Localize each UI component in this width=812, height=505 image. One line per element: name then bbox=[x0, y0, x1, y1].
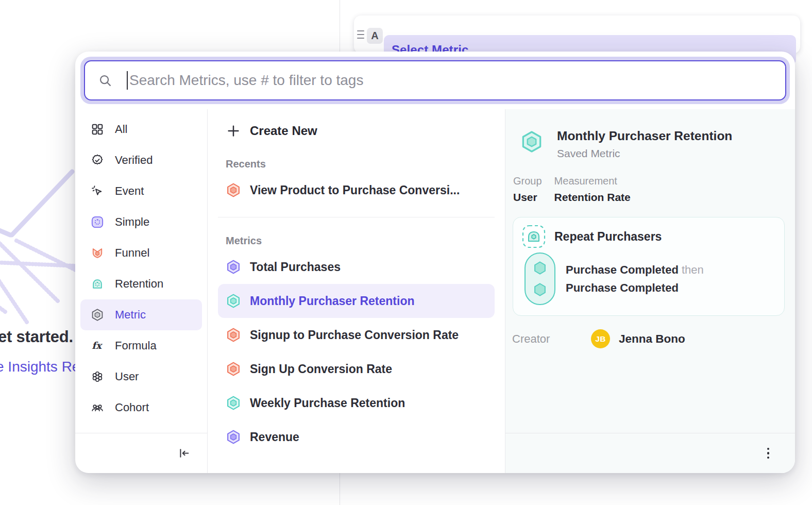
detail-footer bbox=[505, 433, 795, 473]
sidebar-item-verified[interactable]: Verified bbox=[80, 145, 202, 176]
sidebar-item-funnel[interactable]: Funnel bbox=[80, 238, 202, 268]
metric-item[interactable]: Weekly Purchase Retention bbox=[218, 386, 495, 420]
background-heading-fragment: et started. bbox=[0, 328, 73, 346]
detail-title: Monthly Purchaser Retention bbox=[557, 129, 732, 143]
metric-item-label: Sign Up Conversion Rate bbox=[250, 362, 392, 376]
list-divider bbox=[218, 217, 495, 217]
saved-metric-definition-card: Repeat Purchasers Purchase Completed bbox=[513, 217, 785, 316]
creator-name: Jenna Bono bbox=[619, 332, 685, 346]
create-new-label: Create New bbox=[250, 124, 317, 138]
metric-item[interactable]: Total Purchases bbox=[218, 250, 495, 284]
retention-icon bbox=[91, 277, 104, 291]
detail-header: Monthly Purchaser Retention Saved Metric bbox=[505, 109, 795, 160]
card-title: Repeat Purchasers bbox=[554, 230, 662, 244]
metric-item-label: Revenue bbox=[250, 430, 299, 444]
metric-list-panel: Create New Recents View Product to Purch… bbox=[208, 109, 505, 473]
metrics-header: Metrics bbox=[226, 235, 495, 247]
recents-header: Recents bbox=[226, 158, 495, 170]
detail-subtitle: Saved Metric bbox=[557, 147, 732, 160]
grid-icon bbox=[91, 123, 104, 136]
kebab-menu-icon[interactable] bbox=[764, 445, 773, 462]
sidebar-item-label: Formula bbox=[115, 339, 157, 352]
sidebar-item-simple[interactable]: Simple bbox=[80, 207, 202, 238]
metric-hexagon-icon bbox=[226, 429, 241, 445]
metric-hexagon-icon bbox=[226, 327, 241, 343]
creator-row: Creator JB Jenna Bono bbox=[505, 316, 795, 348]
sidebar-footer bbox=[75, 433, 207, 473]
svg-text:fx: fx bbox=[92, 340, 103, 351]
metric-item[interactable]: Signup to Purchase Conversion Rate bbox=[218, 318, 495, 352]
metric-hexagon-icon bbox=[520, 130, 544, 154]
event-hexagon-icon bbox=[532, 260, 548, 276]
search-field[interactable] bbox=[84, 60, 786, 100]
retention-bookmark-dashed-icon bbox=[521, 224, 546, 249]
sidebar-item-formula[interactable]: fx Formula bbox=[80, 330, 202, 361]
recent-item[interactable]: View Product to Purchase Conversi... bbox=[218, 173, 495, 207]
search-focus-ring bbox=[80, 57, 790, 104]
sidebar-item-label: Cohort bbox=[115, 401, 149, 414]
create-new-button[interactable]: Create New bbox=[218, 114, 495, 147]
plus-icon bbox=[226, 123, 241, 139]
sidebar-item-label: Retention bbox=[115, 277, 163, 291]
query-letter-badge: A bbox=[367, 28, 383, 44]
metric-item-label: Signup to Purchase Conversion Rate bbox=[250, 328, 459, 342]
user-cluster-icon bbox=[91, 370, 104, 383]
sidebar-item-label: Event bbox=[115, 184, 144, 198]
sidebar-item-all[interactable]: All bbox=[80, 114, 202, 145]
sidebar-item-label: User bbox=[115, 370, 139, 383]
cohort-people-icon bbox=[91, 401, 104, 414]
event-sequence-capsule bbox=[525, 252, 555, 305]
sidebar-item-label: Simple bbox=[115, 215, 149, 229]
metric-item-label: Monthly Purchaser Retention bbox=[250, 294, 414, 308]
creator-avatar: JB bbox=[591, 329, 610, 348]
search-icon bbox=[98, 74, 112, 88]
measurement-value: Retention Rate bbox=[554, 191, 631, 204]
background-report-link-fragment[interactable]: e Insights Re bbox=[0, 359, 80, 375]
creator-label: Creator bbox=[512, 332, 591, 346]
simple-metric-icon bbox=[91, 215, 104, 229]
group-value: User bbox=[513, 191, 542, 204]
metric-item-selected[interactable]: Monthly Purchaser Retention bbox=[218, 284, 495, 318]
step-connector: then bbox=[682, 263, 704, 276]
verified-badge-icon bbox=[91, 154, 104, 167]
step2-event: Purchase Completed bbox=[566, 281, 704, 295]
metric-hexagon-icon bbox=[91, 308, 104, 322]
sidebar-item-label: All bbox=[115, 123, 127, 136]
measurement-label: Measurement bbox=[554, 175, 631, 187]
detail-meta: Group User Measurement Retention Rate bbox=[505, 160, 795, 204]
metric-item[interactable]: Revenue bbox=[218, 420, 495, 454]
sidebar-item-label: Funnel bbox=[115, 246, 149, 260]
step1-event: Purchase Completed bbox=[566, 263, 679, 276]
drag-handle-icon[interactable] bbox=[357, 30, 364, 39]
metric-hexagon-icon bbox=[226, 293, 241, 309]
sidebar-item-retention[interactable]: Retention bbox=[80, 268, 202, 299]
metric-item-label: Weekly Purchase Retention bbox=[250, 396, 405, 410]
metric-hexagon-icon bbox=[226, 259, 241, 275]
formula-fx-icon: fx bbox=[91, 339, 104, 352]
sidebar-item-label: Verified bbox=[115, 154, 153, 167]
metric-picker-modal: All Verified Event bbox=[75, 52, 795, 473]
group-label: Group bbox=[513, 175, 542, 187]
metric-item-label: Total Purchases bbox=[250, 260, 341, 274]
metric-hexagon-icon bbox=[226, 395, 241, 411]
sidebar-item-user[interactable]: User bbox=[80, 361, 202, 392]
sidebar-item-label: Metric bbox=[115, 308, 146, 322]
sidebar-item-metric[interactable]: Metric bbox=[80, 299, 202, 330]
filter-sidebar: All Verified Event bbox=[75, 109, 208, 473]
sidebar-item-event[interactable]: Event bbox=[80, 176, 202, 207]
funnel-metric-hexagon-icon bbox=[226, 182, 241, 198]
metric-query-row: A Select Metric bbox=[354, 15, 800, 54]
metric-detail-panel: Monthly Purchaser Retention Saved Metric… bbox=[505, 109, 795, 473]
metric-item[interactable]: Sign Up Conversion Rate bbox=[218, 352, 495, 386]
event-hexagon-icon bbox=[532, 282, 548, 297]
sidebar-item-cohort[interactable]: Cohort bbox=[80, 392, 202, 423]
metric-hexagon-icon bbox=[226, 361, 241, 377]
search-input[interactable] bbox=[129, 72, 772, 89]
funnel-icon bbox=[91, 246, 104, 260]
collapse-left-icon[interactable] bbox=[178, 447, 191, 460]
cursor-spark-icon bbox=[91, 184, 104, 198]
recent-item-label: View Product to Purchase Conversi... bbox=[250, 183, 460, 197]
text-caret bbox=[127, 71, 128, 90]
